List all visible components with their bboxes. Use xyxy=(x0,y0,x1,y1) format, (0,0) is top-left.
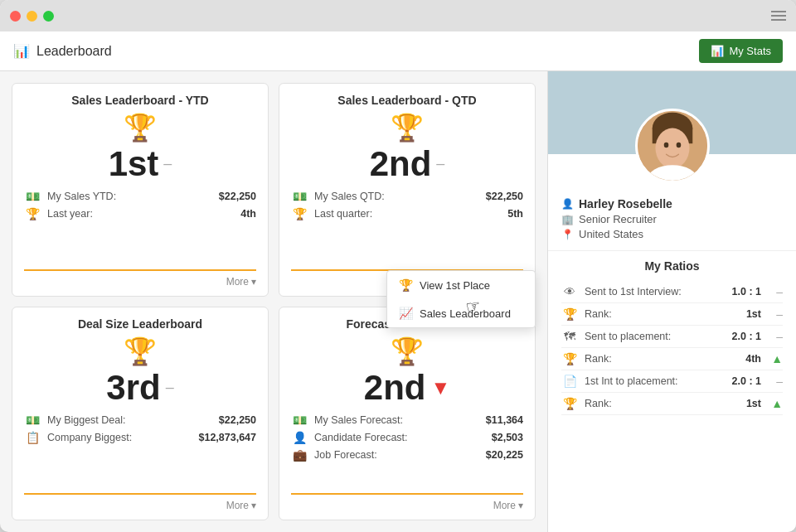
stat-row: 📋 Company Biggest: $12,873,647 xyxy=(24,431,256,444)
person-icon: 👤 xyxy=(291,431,308,444)
trophy-icon: 🏆 xyxy=(561,307,578,321)
trophy-icon: 🏆 xyxy=(399,278,413,292)
ratio-row-sent-placement: 🗺 Sent to placement: 2.0 : 1 – xyxy=(561,326,783,348)
ytd-rank: 1st – xyxy=(24,145,256,183)
qtd-title: Sales Leaderboard - QTD xyxy=(291,94,523,107)
maximize-button[interactable] xyxy=(43,11,54,22)
ytd-card: Sales Leaderboard - YTD 🏆 1st – 💵 My Sal… xyxy=(12,83,269,297)
trophy-icon: 🏆 xyxy=(291,207,308,220)
ytd-more-button[interactable]: More ▾ xyxy=(226,276,256,288)
deal-title: Deal Size Leaderboard xyxy=(24,317,256,331)
profile-info: 👤 Harley Rosebelle 🏢 Senior Recruiter 📍 … xyxy=(548,191,796,250)
profile-header xyxy=(548,71,796,154)
trend-neutral-icon: – xyxy=(768,307,783,321)
eye-icon: 👁 xyxy=(561,285,578,298)
my-stats-label: My Stats xyxy=(729,45,771,57)
deal-footer: More ▾ xyxy=(24,493,256,511)
forecast-more-button[interactable]: More ▾ xyxy=(493,500,523,511)
profile-name: 👤 Harley Rosebelle xyxy=(561,197,783,210)
money-icon: 💵 xyxy=(291,414,308,427)
stat-row: 🏆 Last quarter: 5th xyxy=(291,207,523,220)
profile-role: 🏢 Senior Recruiter xyxy=(561,213,783,225)
stat-row: 💼 Job Forecast: $20,225 xyxy=(291,448,523,462)
trophy-icon: 🏆 xyxy=(561,397,578,410)
qtd-card: Sales Leaderboard - QTD 🏆 2nd – 💵 My Sal… xyxy=(279,83,536,297)
header: 📊 Leaderboard 📊 My Stats xyxy=(0,31,796,71)
forecast-stats: 💵 My Sales Forecast: $11,364 👤 Candidate… xyxy=(291,414,523,486)
forecast-card: Forecast Leaderboard 🏆 2nd ▼ 💵 My Sales … xyxy=(279,307,536,520)
dropdown-sales-leaderboard[interactable]: 📈 Sales Leaderboard xyxy=(387,299,535,327)
ytd-stats: 💵 My Sales YTD: $22,250 🏆 Last year: 4th xyxy=(24,190,256,263)
traffic-lights xyxy=(10,11,54,22)
trend-neutral-icon: – xyxy=(768,285,783,298)
deal-stats: 💵 My Biggest Deal: $22,250 📋 Company Big… xyxy=(24,414,256,486)
ratio-row-1st-placement: 📄 1st Int to placement: 2.0 : 1 – xyxy=(561,370,783,393)
forecast-trophy-icon: 🏆 xyxy=(291,336,523,367)
window: 📊 Leaderboard 📊 My Stats Sales Leaderboa… xyxy=(0,0,796,532)
forecast-footer: More ▾ xyxy=(291,493,523,511)
trend-neutral-icon: – xyxy=(768,375,783,388)
deal-trophy-icon: 🏆 xyxy=(24,336,256,367)
ytd-footer: More ▾ xyxy=(24,269,256,288)
doc-icon: 📋 xyxy=(24,431,41,444)
doc-icon: 📄 xyxy=(561,375,578,388)
trend-neutral-icon: – xyxy=(768,330,783,343)
svg-point-5 xyxy=(663,143,668,148)
page-title: 📊 Leaderboard xyxy=(13,43,112,59)
stat-row: 💵 My Sales QTD: $22,250 xyxy=(291,190,523,203)
trend-up-icon: ▲ xyxy=(768,352,783,365)
qtd-trophy-icon: 🏆 xyxy=(291,112,523,143)
dropdown-menu: 🏆 View 1st Place 📈 Sales Leaderboard xyxy=(386,270,536,328)
ratios-title: My Ratios xyxy=(561,259,783,273)
main-grid: Sales Leaderboard - YTD 🏆 1st – 💵 My Sal… xyxy=(0,71,547,532)
ytd-trophy-icon: 🏆 xyxy=(24,112,256,143)
trophy-icon: 🏆 xyxy=(561,352,578,365)
stats-icon: 📊 xyxy=(711,45,724,57)
down-arrow-icon: ▼ xyxy=(430,377,450,399)
building-icon: 🏢 xyxy=(561,214,574,225)
location-icon: 📍 xyxy=(561,229,574,240)
deal-card: Deal Size Leaderboard 🏆 3rd – 💵 My Bigge… xyxy=(12,307,269,520)
cursor: ☞ xyxy=(464,296,483,318)
svg-point-6 xyxy=(676,143,681,148)
stat-row: 🏆 Last year: 4th xyxy=(24,207,256,220)
person-icon: 👤 xyxy=(561,198,574,210)
ratio-row-rank-1: 🏆 Rank: 1st – xyxy=(561,303,783,326)
qtd-stats: 💵 My Sales QTD: $22,250 🏆 Last quarter: … xyxy=(291,190,523,263)
menu-icon[interactable] xyxy=(771,11,786,21)
ytd-title: Sales Leaderboard - YTD xyxy=(24,94,256,107)
ratio-row-rank-3: 🏆 Rank: 1st ▲ xyxy=(561,393,783,415)
content-area: Sales Leaderboard - YTD 🏆 1st – 💵 My Sal… xyxy=(0,71,796,532)
stat-row: 👤 Candidate Forecast: $2,503 xyxy=(291,431,523,444)
right-panel: 👤 Harley Rosebelle 🏢 Senior Recruiter 📍 … xyxy=(547,71,796,532)
svg-point-4 xyxy=(655,128,689,169)
money-icon: 💵 xyxy=(24,190,41,203)
map-icon: 🗺 xyxy=(561,330,578,343)
money-icon: 💵 xyxy=(291,190,308,203)
briefcase-icon: 💼 xyxy=(291,448,308,462)
deal-more-button[interactable]: More ▾ xyxy=(226,500,256,511)
minimize-button[interactable] xyxy=(27,11,37,22)
title-text: Leaderboard xyxy=(36,44,112,59)
stat-row: 💵 My Sales YTD: $22,250 xyxy=(24,190,256,203)
titlebar xyxy=(0,0,796,31)
ratios-section: My Ratios 👁 Sent to 1st Interview: 1.0 :… xyxy=(548,250,796,532)
close-button[interactable] xyxy=(10,11,21,22)
qtd-rank: 2nd – xyxy=(291,145,523,183)
stat-row: 💵 My Biggest Deal: $22,250 xyxy=(24,414,256,427)
chart-icon: 📈 xyxy=(399,307,413,320)
avatar xyxy=(635,109,710,183)
stat-row: 💵 My Sales Forecast: $11,364 xyxy=(291,414,523,427)
my-stats-button[interactable]: 📊 My Stats xyxy=(699,39,783,63)
ratio-row-rank-2: 🏆 Rank: 4th ▲ xyxy=(561,348,783,370)
dropdown-view-1st-place[interactable]: 🏆 View 1st Place xyxy=(387,271,535,299)
leaderboard-icon: 📊 xyxy=(13,43,30,59)
trend-up-icon: ▲ xyxy=(768,397,783,410)
money-icon: 💵 xyxy=(24,414,41,427)
ratio-row-sent-1st: 👁 Sent to 1st Interview: 1.0 : 1 – xyxy=(561,281,783,303)
avatar-image xyxy=(638,111,707,181)
forecast-rank: 2nd ▼ xyxy=(291,369,523,407)
trophy-icon: 🏆 xyxy=(24,207,41,220)
deal-rank: 3rd – xyxy=(24,369,256,407)
profile-location: 📍 United States xyxy=(561,228,783,240)
